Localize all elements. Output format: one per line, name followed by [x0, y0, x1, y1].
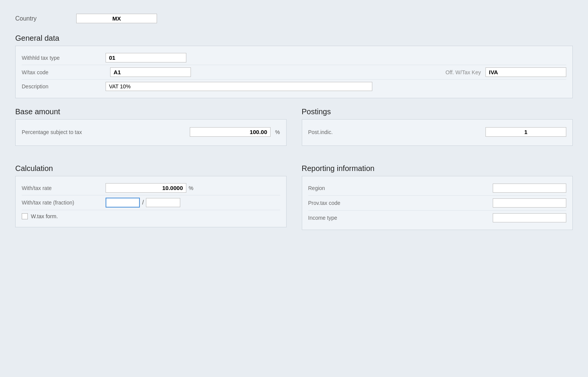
off-wtax-key-input[interactable]	[485, 67, 566, 77]
fraction-left-input[interactable]	[106, 198, 140, 208]
income-type-row: Income type	[308, 211, 567, 225]
reporting-title: Reporting information	[302, 164, 573, 173]
post-indic-input[interactable]	[485, 127, 566, 137]
calculation-title: Calculation	[15, 164, 287, 173]
wtax-code-label: W/tax code	[22, 69, 106, 75]
calc-reporting-container: Calculation With/tax rate % With/tax rat…	[15, 164, 573, 239]
calculation-section: Calculation With/tax rate % With/tax rat…	[15, 164, 294, 230]
off-wtax-key-label: Off. W/Tax Key	[445, 69, 481, 75]
post-indic-label: Post.indic.	[308, 129, 486, 135]
fraction-right-input[interactable]	[146, 198, 180, 207]
description-row: Description	[22, 80, 566, 93]
country-row: Country	[15, 14, 573, 23]
fraction-inputs: /	[106, 198, 180, 208]
prov-tax-code-input[interactable]	[493, 198, 566, 208]
postings-section: Postings Post.indic.	[294, 107, 573, 146]
base-amount-box: Percentage subject to tax %	[15, 119, 287, 146]
with-tax-rate-row: With/tax rate %	[22, 181, 280, 195]
base-amount-section: Base amount Percentage subject to tax %	[15, 107, 294, 146]
wtax-right: Off. W/Tax Key	[445, 67, 566, 77]
percentage-label: Percentage subject to tax	[22, 129, 185, 135]
income-type-label: Income type	[308, 215, 493, 221]
base-amount-title: Base amount	[15, 107, 287, 116]
percentage-input[interactable]	[190, 127, 271, 137]
country-input[interactable]	[76, 14, 157, 23]
region-row: Region	[308, 181, 567, 196]
region-input[interactable]	[493, 184, 566, 193]
description-input[interactable]	[106, 82, 372, 91]
with-tax-rate-symbol: %	[189, 185, 193, 191]
fraction-separator: /	[142, 199, 144, 206]
prov-tax-code-row: Prov.tax code	[308, 196, 567, 211]
with-tax-rate-label: With/tax rate	[22, 185, 106, 191]
withhld-tax-type-input[interactable]	[106, 53, 186, 62]
wtax-form-label: W.tax form.	[31, 213, 58, 219]
postings-box: Post.indic.	[302, 119, 573, 146]
description-label: Description	[22, 83, 106, 89]
percentage-symbol: %	[275, 129, 280, 135]
income-type-input[interactable]	[493, 213, 566, 222]
general-data-box: Withhld tax type W/tax code Off. W/Tax K…	[15, 46, 573, 98]
wtax-code-row: W/tax code Off. W/Tax Key	[22, 65, 566, 80]
wtax-left: W/tax code	[22, 67, 445, 77]
general-data-section: General data Withhld tax type W/tax code…	[15, 34, 573, 98]
base-amount-postings-container: Base amount Percentage subject to tax % …	[15, 107, 573, 155]
prov-tax-code-label: Prov.tax code	[308, 200, 493, 206]
withhld-tax-type-label: Withhld tax type	[22, 55, 106, 61]
wtax-form-checkbox[interactable]	[22, 213, 28, 219]
withhld-tax-type-row: Withhld tax type	[22, 51, 566, 65]
page-container: Country General data Withhld tax type W/…	[8, 8, 580, 245]
reporting-box: Region Prov.tax code Income type	[302, 176, 573, 230]
wtax-form-row: W.tax form.	[22, 210, 280, 222]
country-label: Country	[15, 15, 69, 22]
calculation-box: With/tax rate % With/tax rate (fraction)…	[15, 176, 287, 227]
post-indic-row: Post.indic.	[308, 124, 567, 140]
with-tax-rate-fraction-row: With/tax rate (fraction) /	[22, 195, 280, 210]
reporting-section: Reporting information Region Prov.tax co…	[294, 164, 573, 230]
wtax-code-input[interactable]	[110, 67, 191, 77]
percentage-row: Percentage subject to tax %	[22, 124, 280, 140]
with-tax-rate-input[interactable]	[106, 183, 186, 193]
general-data-title: General data	[15, 34, 573, 43]
postings-title: Postings	[302, 107, 573, 116]
with-tax-rate-fraction-label: With/tax rate (fraction)	[22, 200, 106, 206]
region-label: Region	[308, 185, 493, 191]
